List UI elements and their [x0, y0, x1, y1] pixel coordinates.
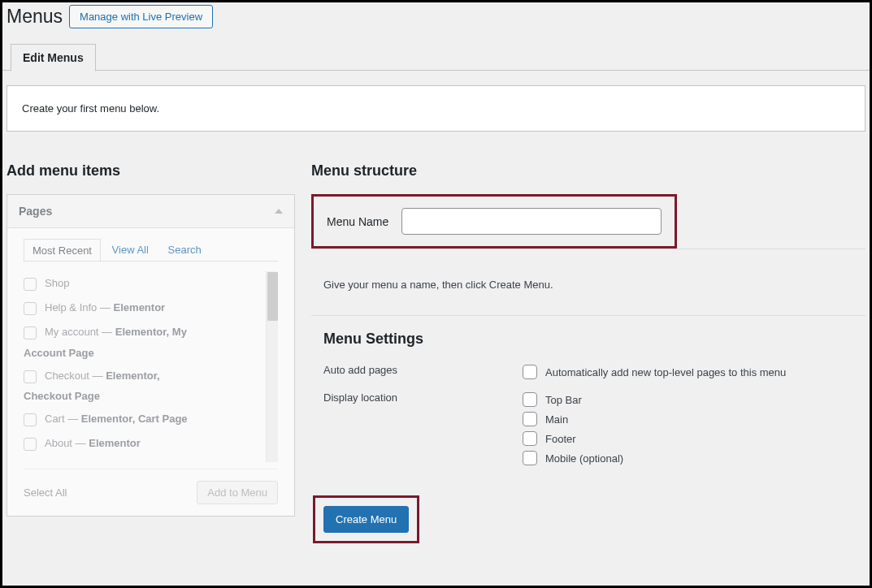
- pages-inner-tabs: Most Recent View All Search: [24, 238, 278, 262]
- notice-box: Create your first menu below.: [7, 85, 865, 132]
- list-item[interactable]: Help & Info — Elementor: [24, 296, 263, 320]
- checkbox-icon[interactable]: [24, 326, 37, 339]
- location-mobile: Mobile (optional): [545, 452, 623, 465]
- menu-name-label: Menu Name: [327, 215, 388, 228]
- collapse-icon: [275, 209, 283, 214]
- list-item[interactable]: About — Elementor: [24, 431, 263, 456]
- menu-instruction: Give your menu a name, then click Create…: [311, 262, 865, 315]
- page-label: Checkout: [45, 370, 89, 382]
- page-title: Menus: [7, 6, 63, 28]
- location-footer: Footer: [545, 433, 576, 445]
- checkbox-icon[interactable]: [24, 370, 37, 383]
- create-menu-highlight: Create Menu: [313, 495, 419, 543]
- page-meta: Elementor, My: [115, 326, 187, 338]
- scrollbar[interactable]: [266, 271, 278, 462]
- page-meta: Elementor,: [106, 370, 159, 382]
- page-meta-wrap: Checkout Page: [24, 390, 263, 402]
- location-topbar: Top Bar: [545, 394, 582, 406]
- scrollbar-thumb[interactable]: [267, 272, 278, 321]
- page-meta-wrap: Account Page: [24, 347, 263, 359]
- add-to-menu-button[interactable]: Add to Menu: [197, 481, 278, 504]
- pages-accordion-title: Pages: [19, 205, 52, 218]
- tab-view-all[interactable]: View All: [104, 239, 157, 261]
- list-item[interactable]: Checkout — Elementor,: [24, 364, 263, 388]
- location-checkbox-main[interactable]: [523, 412, 537, 426]
- select-all-link[interactable]: Select All: [24, 486, 67, 499]
- auto-add-option-text: Automatically add new top-level pages to…: [545, 366, 786, 378]
- menu-structure-heading: Menu structure: [311, 162, 865, 179]
- checkbox-icon[interactable]: [24, 438, 37, 451]
- list-item[interactable]: My account — Elementor, My: [24, 320, 263, 344]
- page-meta: Elementor: [89, 437, 141, 449]
- list-item[interactable]: Cart — Elementor, Cart Page: [24, 407, 263, 431]
- pages-accordion-toggle[interactable]: Pages: [7, 195, 294, 228]
- menu-name-highlight: Menu Name: [311, 194, 677, 249]
- pages-list: Shop Help & Info — Elementor My account …: [24, 271, 278, 462]
- auto-add-label: Auto add pages: [323, 362, 523, 382]
- page-label: Cart: [45, 413, 65, 425]
- list-item[interactable]: Shop: [24, 271, 263, 296]
- add-menu-items-heading: Add menu items: [7, 162, 295, 179]
- page-label: Shop: [45, 276, 69, 291]
- checkbox-icon[interactable]: [24, 278, 37, 291]
- tab-most-recent[interactable]: Most Recent: [24, 239, 101, 262]
- pages-accordion: Pages Most Recent View All Search Shop: [7, 194, 295, 517]
- manage-live-preview-button[interactable]: Manage with Live Preview: [69, 5, 213, 28]
- checkbox-icon[interactable]: [24, 413, 37, 426]
- menu-settings-heading: Menu Settings: [323, 331, 865, 348]
- menu-name-input[interactable]: [401, 208, 662, 235]
- page-meta: Elementor, Cart Page: [81, 413, 188, 425]
- tab-search[interactable]: Search: [160, 239, 210, 261]
- page-label: My account: [45, 326, 98, 338]
- display-location-label: Display location: [323, 390, 523, 468]
- page-label: About: [45, 437, 72, 449]
- location-main: Main: [545, 413, 568, 426]
- page-meta: Elementor: [114, 301, 166, 313]
- page-label: Help & Info: [45, 301, 97, 313]
- location-checkbox-mobile[interactable]: [523, 451, 537, 465]
- menu-tabs: Edit Menus: [2, 28, 870, 71]
- checkbox-icon[interactable]: [24, 302, 37, 315]
- auto-add-checkbox[interactable]: [523, 365, 537, 379]
- location-checkbox-topbar[interactable]: [523, 392, 537, 407]
- create-menu-button[interactable]: Create Menu: [323, 506, 409, 533]
- notice-text: Create your first menu below.: [22, 102, 159, 115]
- location-checkbox-footer[interactable]: [523, 431, 537, 446]
- tab-edit-menus[interactable]: Edit Menus: [11, 44, 96, 71]
